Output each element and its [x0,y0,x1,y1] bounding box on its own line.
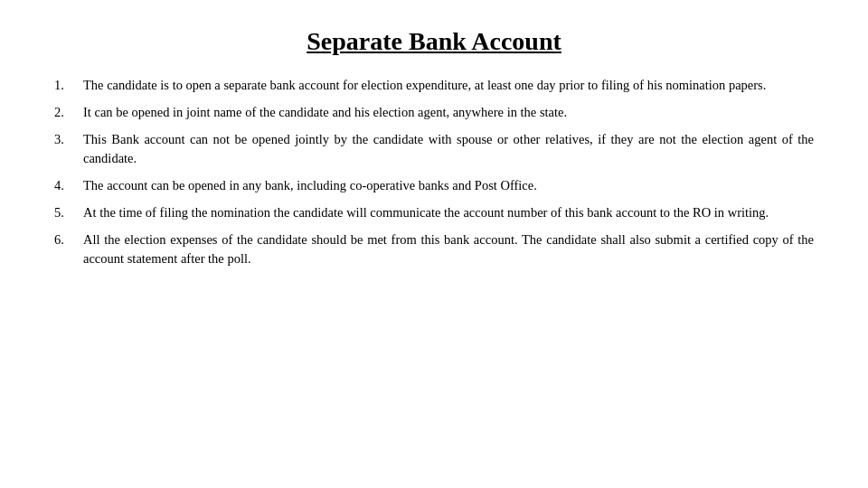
items-list: 1.The candidate is to open a separate ba… [54,76,814,269]
item-text: At the time of filing the nomination the… [83,203,814,223]
item-number: 5. [54,203,83,223]
item-text: The account can be opened in any bank, i… [83,176,814,196]
list-item: 5.At the time of filing the nomination t… [54,203,814,223]
item-text: This Bank account can not be opened join… [83,130,814,170]
list-item: 6.All the election expenses of the candi… [54,230,814,270]
item-text: It can be opened in joint name of the ca… [83,103,814,123]
item-number: 3. [54,130,83,150]
item-number: 1. [54,76,83,96]
item-number: 2. [54,103,83,123]
item-text: All the election expenses of the candida… [83,230,814,270]
list-item: 4.The account can be opened in any bank,… [54,176,814,196]
content-area: 1.The candidate is to open a separate ba… [54,76,814,277]
item-number: 4. [54,176,83,196]
list-item: 3.This Bank account can not be opened jo… [54,130,814,170]
list-item: 1.The candidate is to open a separate ba… [54,76,814,96]
page-title: Separate Bank Account [307,27,561,56]
item-number: 6. [54,230,83,250]
list-item: 2.It can be opened in joint name of the … [54,103,814,123]
item-text: The candidate is to open a separate bank… [83,76,814,96]
